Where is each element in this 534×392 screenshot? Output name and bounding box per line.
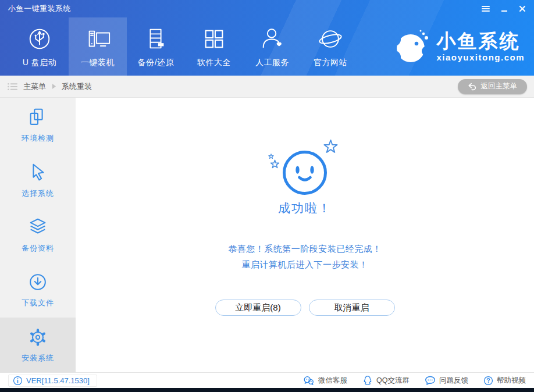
software-grid-icon [201, 26, 227, 52]
window-controls [482, 5, 526, 12]
qq-icon [362, 375, 373, 386]
help-video-link[interactable]: 帮助视频 [483, 375, 526, 386]
message-line-2: 重启计算机后进入下一步安装！ [228, 256, 382, 272]
sidebar-item-backup-data[interactable]: 备份资料 [0, 208, 76, 262]
main-nav: U 盘启动 一键装机 [0, 17, 534, 76]
sidebar-item-select-system[interactable]: 选择系统 [0, 152, 76, 207]
smiley-face-icon [280, 148, 330, 198]
footer-links: 微信客服 QQ交流群 问题反馈 [303, 375, 526, 386]
environment-check-icon [27, 106, 49, 129]
bottom-dark-strip [0, 388, 534, 392]
install-gear-icon [27, 326, 49, 348]
footer-link-label: 帮助视频 [497, 376, 526, 386]
title-bar: 小鱼一键重装系统 [0, 0, 534, 17]
status-bar: VER[11.5.47.1530] 微信客服 [0, 372, 534, 388]
header: 小鱼一键重装系统 [0, 0, 534, 76]
nav-item-label: 一键装机 [81, 58, 115, 68]
breadcrumb-current: 系统重装 [62, 81, 92, 92]
sidebar-item-download-files[interactable]: 下载文件 [0, 262, 76, 317]
nav-item-label: 官方网站 [314, 58, 347, 68]
menu-icon[interactable] [482, 5, 490, 12]
nav-item-usb-boot[interactable]: U 盘启动 [10, 17, 69, 76]
backup-layers-icon [27, 216, 49, 238]
footer-link-label: 问题反馈 [439, 376, 468, 386]
computer-icon [84, 26, 111, 52]
sidebar-item-install-system[interactable]: 安装系统 [0, 318, 76, 372]
star-icon [270, 159, 280, 169]
brand-logo: 小鱼系统 xiaoyuxitong.com [393, 17, 534, 76]
window-title: 小鱼一键重装系统 [8, 3, 71, 14]
nav-item-label: U 盘启动 [23, 58, 57, 68]
support-person-icon [259, 26, 286, 52]
star-icon [323, 139, 339, 155]
fish-logo-icon [393, 28, 430, 65]
feedback-link[interactable]: 问题反馈 [425, 375, 468, 386]
brand-url: xiaoyuxitong.com [436, 52, 525, 62]
nav-item-backup-restore[interactable]: 备份/还原 [127, 17, 185, 76]
close-icon[interactable] [519, 5, 526, 12]
nav-item-support[interactable]: 人工服务 [243, 17, 301, 76]
brand-text: 小鱼系统 xiaoyuxitong.com [436, 31, 525, 62]
back-to-main-menu-button[interactable]: 返回主菜单 [458, 79, 528, 94]
sidebar-item-label: 选择系统 [22, 188, 54, 199]
sidebar-item-label: 环境检测 [22, 133, 54, 144]
wechat-support-link[interactable]: 微信客服 [303, 375, 347, 386]
server-backup-icon [143, 26, 169, 52]
nav-item-label: 软件大全 [197, 58, 231, 68]
nav-item-website[interactable]: 官方网站 [301, 17, 359, 76]
nav-item-one-click-install[interactable]: 一键装机 [69, 17, 127, 76]
nav-item-software[interactable]: 软件大全 [185, 17, 243, 76]
body-row: 环境检测 选择系统 备份资料 [0, 98, 534, 372]
nav-item-label: 人工服务 [255, 58, 289, 68]
sidebar-item-label: 安装系统 [22, 353, 54, 364]
sidebar-item-label: 备份资料 [22, 243, 54, 254]
list-icon [7, 82, 18, 91]
back-button-label: 返回主菜单 [481, 81, 518, 91]
breadcrumb-bar: 主菜单 系统重装 返回主菜单 [0, 76, 534, 98]
breadcrumb-root[interactable]: 主菜单 [23, 81, 46, 92]
feedback-bubble-icon [425, 376, 436, 386]
sidebar: 环境检测 选择系统 备份资料 [0, 98, 76, 372]
chevron-right-icon [51, 83, 56, 90]
qq-group-link[interactable]: QQ交流群 [362, 375, 410, 386]
select-system-cursor-icon [27, 162, 49, 184]
info-icon [13, 376, 23, 386]
message-line-1: 恭喜您！系统第一阶段安装已经完成！ [228, 241, 382, 256]
footer-link-label: QQ交流群 [376, 376, 410, 386]
success-title: 成功啦！ [278, 200, 332, 216]
website-globe-icon [317, 26, 344, 52]
footer-link-label: 微信客服 [318, 376, 347, 386]
restart-now-button[interactable]: 立即重启(8) [215, 300, 301, 316]
cancel-restart-button[interactable]: 取消重启 [309, 300, 395, 316]
wechat-icon [303, 376, 315, 386]
return-arrow-icon [468, 83, 477, 91]
action-buttons: 立即重启(8) 取消重启 [215, 300, 395, 316]
success-illustration [280, 148, 330, 198]
star-icon [268, 154, 274, 159]
success-message: 恭喜您！系统第一阶段安装已经完成！ 重启计算机后进入下一步安装！ [228, 241, 382, 272]
nav-item-label: 备份/还原 [138, 58, 174, 68]
brand-name: 小鱼系统 [436, 31, 525, 51]
version-text: VER[11.5.47.1530] [26, 376, 90, 385]
sidebar-item-env-check[interactable]: 环境检测 [0, 98, 76, 152]
version-info: VER[11.5.47.1530] [8, 375, 97, 387]
usb-icon [26, 26, 53, 52]
download-circle-icon [27, 271, 49, 293]
app-window: 小鱼一键重装系统 [0, 0, 534, 392]
help-circle-icon [483, 376, 493, 386]
main-content: 成功啦！ 恭喜您！系统第一阶段安装已经完成！ 重启计算机后进入下一步安装！ 立即… [76, 98, 534, 372]
sidebar-item-label: 下载文件 [22, 298, 54, 308]
minimize-icon[interactable] [501, 5, 508, 12]
